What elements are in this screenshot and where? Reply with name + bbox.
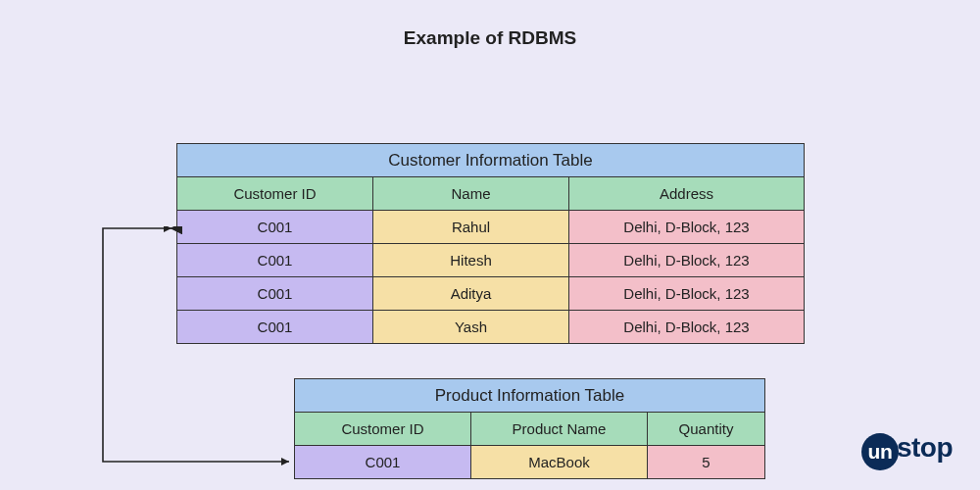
cell-customer-addr: Delhi, D-Block, 123 <box>569 244 805 277</box>
diagram-title: Example of RDBMS <box>0 0 980 67</box>
product-information-table: Product Information Table Customer ID Pr… <box>294 378 765 479</box>
table-row: C001 Yash Delhi, D-Block, 123 <box>177 311 805 344</box>
cell-customer-name: Yash <box>373 311 569 344</box>
cell-customer-addr: Delhi, D-Block, 123 <box>569 277 805 311</box>
unstop-logo: unstop <box>861 431 953 468</box>
customer-header-name: Name <box>373 177 569 211</box>
logo-suffix: stop <box>897 432 953 463</box>
cell-product-name: MacBook <box>471 446 648 479</box>
logo-prefix: un <box>861 433 899 470</box>
cell-customer-id: C001 <box>177 311 373 344</box>
product-header-name: Product Name <box>471 413 648 446</box>
cell-product-qty: 5 <box>648 446 765 479</box>
table-row: C001 Aditya Delhi, D-Block, 123 <box>177 277 805 311</box>
customer-information-table: Customer Information Table Customer ID N… <box>176 143 805 344</box>
cell-customer-name: Hitesh <box>373 244 569 277</box>
svg-marker-1 <box>281 458 289 466</box>
cell-customer-id: C001 <box>177 244 373 277</box>
svg-marker-2 <box>164 226 172 232</box>
cell-customer-id: C001 <box>177 211 373 244</box>
cell-product-customer-id: C001 <box>295 446 471 479</box>
customer-table-caption: Customer Information Table <box>177 144 805 177</box>
cell-customer-addr: Delhi, D-Block, 123 <box>569 311 805 344</box>
cell-customer-id: C001 <box>177 277 373 311</box>
table-row: C001 MacBook 5 <box>295 446 765 479</box>
cell-customer-addr: Delhi, D-Block, 123 <box>569 211 805 244</box>
product-header-qty: Quantity <box>648 413 765 446</box>
customer-header-addr: Address <box>569 177 805 211</box>
customer-header-id: Customer ID <box>177 177 373 211</box>
table-row: C001 Rahul Delhi, D-Block, 123 <box>177 211 805 244</box>
product-table-caption: Product Information Table <box>295 379 765 413</box>
cell-customer-name: Rahul <box>373 211 569 244</box>
cell-customer-name: Aditya <box>373 277 569 311</box>
table-row: C001 Hitesh Delhi, D-Block, 123 <box>177 244 805 277</box>
product-header-id: Customer ID <box>295 413 471 446</box>
